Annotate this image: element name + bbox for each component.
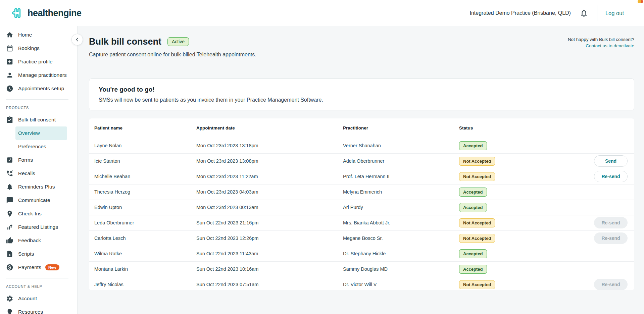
practitioner-cell: Megane Bosco Sr.	[343, 230, 459, 246]
sidebar-collapse-button[interactable]	[71, 34, 83, 45]
deactivate-prompt: Not happy with Bulk bill consent?	[568, 37, 634, 42]
sidebar-item-label: Payments	[18, 264, 41, 270]
gear-icon	[6, 295, 13, 302]
send-button[interactable]: Send	[594, 155, 628, 167]
plus-square-icon	[6, 58, 13, 65]
status-badge: Accepted	[459, 188, 487, 197]
status-cell: Not Accepted	[459, 169, 579, 184]
column-header-appointment-date: Appointment date	[196, 118, 343, 138]
column-header-patient-name: Patient name	[89, 118, 196, 138]
healthengine-logo[interactable]: healthengine	[10, 6, 82, 20]
status-cell: Not Accepted	[459, 215, 579, 230]
sidebar-item-label: Featured Listings	[18, 224, 58, 230]
status-cell: Not Accepted	[459, 277, 579, 290]
sidebar-subitem-overview[interactable]: Overview	[15, 126, 67, 140]
active-status-badge: Active	[167, 37, 189, 46]
sidebar: HomeBookingsPractice profileManage pract…	[0, 26, 78, 314]
dollar-circle-icon	[6, 264, 13, 271]
patient-name-cell: Carlotta Lesch	[89, 230, 196, 246]
sidebar-item-communicate[interactable]: Communicate	[0, 194, 77, 207]
action-cell: Send	[579, 153, 634, 169]
appointment-date-cell: Sun Oct 22nd 2023 11:43am	[196, 246, 343, 261]
chevron-left-icon	[75, 37, 80, 42]
sidebar-item-manage-practitioners[interactable]: Manage practitioners	[0, 68, 77, 82]
pencil-square-icon	[6, 156, 13, 164]
sidebar-item-appointments-setup[interactable]: Appointments setup	[0, 82, 77, 95]
patient-name-cell: Leda Oberbrunner	[89, 215, 196, 230]
chart-up-icon	[6, 223, 13, 231]
notifications-button[interactable]	[579, 8, 589, 18]
sidebar-item-practice-profile[interactable]: Practice profile	[0, 55, 77, 68]
sidebar-item-home[interactable]: Home	[0, 28, 77, 42]
consent-table-body: Layne NolanMon Oct 23rd 2023 13:18pmVern…	[89, 138, 634, 290]
patient-name-cell: Edwin Upton	[89, 200, 196, 215]
table-row: Michelle BeahanMon Oct 23rd 2023 11:22am…	[89, 169, 634, 184]
pin-icon	[6, 210, 13, 217]
bell-icon	[580, 9, 588, 17]
sidebar-subitem-preferences[interactable]: Preferences	[15, 140, 67, 153]
table-row: Montana LarkinSun Oct 22nd 2023 10:16amS…	[89, 261, 634, 277]
logout-link[interactable]: Log out	[605, 10, 624, 16]
table-row: Icie StantonMon Oct 23rd 2023 13:08pmAde…	[89, 153, 634, 169]
status-badge: Accepted	[459, 203, 487, 212]
sidebar-item-label: Forms	[18, 157, 33, 163]
sidebar-item-label: Manage practitioners	[18, 72, 67, 78]
sidebar-item-account[interactable]: Account	[0, 292, 77, 305]
sidebar-item-recalls[interactable]: Recalls	[0, 167, 77, 180]
file-plus-icon	[6, 250, 13, 258]
sidebar-item-feedback[interactable]: Feedback	[0, 234, 77, 247]
sidebar-item-scripts[interactable]: Scripts	[0, 247, 77, 261]
sidebar-item-featured-listings[interactable]: Featured Listings	[0, 220, 77, 234]
sidebar-item-label: Practice profile	[18, 59, 53, 65]
sidebar-item-bulk-bill-consent[interactable]: Bulk bill consent	[0, 113, 77, 126]
patient-name-cell: Icie Stanton	[89, 153, 196, 169]
deactivate-link[interactable]: Contact us to deactivate	[586, 43, 634, 48]
logo-text: healthengine	[28, 8, 82, 18]
sidebar-item-forms[interactable]: Forms	[0, 153, 77, 167]
table-header-row: Patient name Appointment date Practition…	[89, 118, 634, 138]
status-badge: Accepted	[459, 265, 487, 274]
status-cell: Not Accepted	[459, 153, 579, 169]
sidebar-item-label: Communicate	[18, 197, 50, 203]
practitioner-cell: Adela Oberbrunner	[343, 153, 459, 169]
person-icon	[6, 71, 13, 79]
status-badge: Not Accepted	[459, 280, 495, 289]
status-badge: Accepted	[459, 249, 487, 258]
new-badge: New	[45, 264, 59, 270]
action-cell: Re-send	[579, 169, 634, 184]
sidebar-item-bookings[interactable]: Bookings	[0, 42, 77, 55]
re-send-button[interactable]: Re-send	[594, 171, 628, 182]
appointment-date-cell: Mon Oct 23rd 2023 11:22am	[196, 169, 343, 184]
sidebar-item-reminders-plus[interactable]: Reminders Plus	[0, 180, 77, 194]
patient-name-cell: Montana Larkin	[89, 261, 196, 277]
sidebar-item-label: Recalls	[18, 170, 35, 176]
chat-icon	[6, 197, 13, 204]
clock-icon	[6, 85, 13, 92]
table-row: Carlotta LeschSun Oct 22nd 2023 12:26pmM…	[89, 230, 634, 246]
status-cell: Accepted	[459, 261, 579, 277]
status-cell: Accepted	[459, 138, 579, 153]
action-cell	[579, 184, 634, 200]
table-row: Wilma RatkeSun Oct 22nd 2023 11:43amDr. …	[89, 246, 634, 261]
sidebar-divider	[6, 99, 68, 100]
column-header-status: Status	[459, 118, 579, 138]
practitioner-cell: Verner Shanahan	[343, 138, 459, 153]
logo-icon	[10, 6, 24, 20]
thumb-up-icon	[6, 237, 13, 244]
sidebar-item-payments[interactable]: PaymentsNew	[0, 261, 77, 274]
practitioner-cell: Sammy Douglas MD	[343, 261, 459, 277]
header-divider	[597, 5, 597, 21]
action-cell: Re-send	[579, 277, 634, 290]
page-title: Bulk bill consent	[89, 36, 161, 47]
sidebar-item-check-ins[interactable]: Check-Ins	[0, 207, 77, 220]
sidebar-item-label: Scripts	[18, 251, 34, 257]
column-header-practitioner: Practitioner	[343, 118, 459, 138]
sidebar-item-resources[interactable]: Resources	[0, 305, 77, 314]
patient-name-cell: Layne Nolan	[89, 138, 196, 153]
action-cell: Re-send	[579, 230, 634, 246]
lightbulb-icon	[6, 308, 13, 314]
practitioner-cell: Prof. Leta Hermann II	[343, 169, 459, 184]
sidebar-nav: HomeBookingsPractice profileManage pract…	[0, 28, 77, 314]
sidebar-item-label: Resources	[18, 309, 43, 314]
action-cell	[579, 246, 634, 261]
